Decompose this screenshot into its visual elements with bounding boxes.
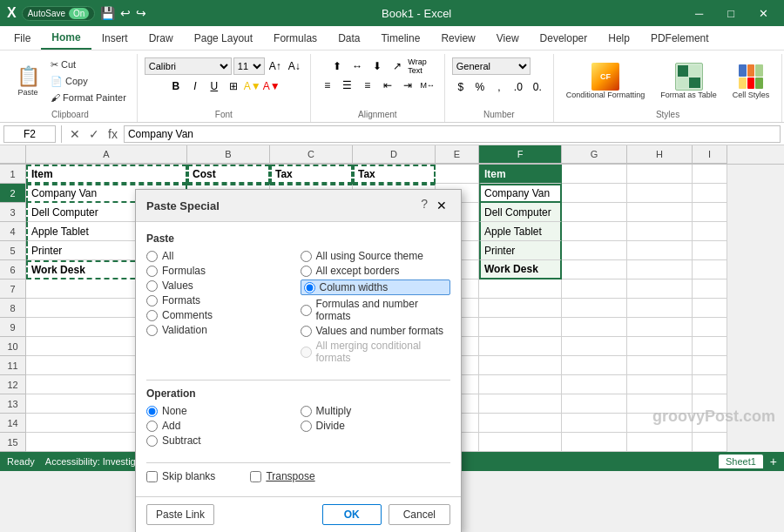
formula-input[interactable] [124,125,781,143]
cell-g15[interactable] [562,433,627,452]
dialog-close-button[interactable]: ✕ [433,197,450,214]
cell-f7[interactable] [479,279,562,299]
tab-insert[interactable]: Insert [91,26,139,50]
skip-blanks-option[interactable]: Skip blanks [146,470,215,482]
cell-g8[interactable] [562,299,627,318]
row-header-7[interactable]: 7 [0,279,26,299]
cell-h9[interactable] [627,318,693,337]
cell-h12[interactable] [627,375,693,394]
op-subtract-radio[interactable] [146,435,158,447]
paste-col-widths-option[interactable]: Column widths [301,279,451,295]
cell-h13[interactable] [627,394,693,414]
cell-h5[interactable] [627,241,693,260]
decrease-indent-button[interactable]: ⇤ [378,77,397,94]
wrap-text-button[interactable]: Wrap Text [408,57,427,75]
paste-values-numbers-option[interactable]: Values and number formats [301,325,451,337]
cancel-button[interactable]: Cancel [389,504,450,525]
cell-h14[interactable] [627,414,693,433]
cell-h10[interactable] [627,337,693,356]
op-divide-option[interactable]: Divide [301,420,451,432]
cell-i11[interactable] [693,356,727,375]
col-header-g[interactable]: G [562,145,627,164]
sheet-tab-1[interactable]: Sheet1 [719,455,763,468]
format-painter-button[interactable]: 🖌 Format Painter [47,91,130,104]
cell-reference-box[interactable] [3,125,56,143]
paste-except-borders-radio[interactable] [301,266,312,277]
cell-g9[interactable] [562,318,627,337]
cell-i12[interactable] [693,375,727,394]
tab-view[interactable]: View [486,26,530,50]
row-header-13[interactable]: 13 [0,394,26,414]
row-header-2[interactable]: 2 [0,184,26,203]
paste-merging-conditional-radio[interactable] [301,347,312,358]
transpose-option[interactable]: Transpose [250,470,314,482]
op-none-option[interactable]: None [146,405,297,417]
cell-f10[interactable] [479,337,562,356]
op-add-option[interactable]: Add [146,420,297,432]
row-header-11[interactable]: 11 [0,356,26,375]
bold-button[interactable]: B [167,77,185,95]
col-header-a[interactable]: A [26,145,187,164]
op-subtract-option[interactable]: Subtract [146,434,297,447]
row-header-5[interactable]: 5 [0,241,26,260]
increase-indent-button[interactable]: ⇥ [398,77,417,94]
cell-h7[interactable] [627,279,693,299]
font-family-select[interactable]: Calibri [145,57,232,75]
op-multiply-option[interactable]: Multiply [301,405,451,417]
dialog-help-icon[interactable]: ? [421,197,428,214]
decrease-font-button[interactable]: A↓ [286,57,303,75]
col-header-b[interactable]: B [187,145,270,164]
tab-pdfelement[interactable]: PDFelement [640,26,720,50]
comma-button[interactable]: , [490,78,508,96]
row-header-10[interactable]: 10 [0,337,26,356]
cell-f2[interactable]: Company Van [479,184,562,203]
tab-draw[interactable]: Draw [139,26,184,50]
cell-g7[interactable] [562,279,627,299]
font-size-select[interactable]: 11 [233,57,265,75]
row-header-12[interactable]: 12 [0,375,26,394]
paste-all-source-option[interactable]: All using Source theme [301,250,451,262]
col-header-c[interactable]: C [270,145,353,164]
paste-formulas-numbers-option[interactable]: Formulas and number formats [301,298,451,322]
underline-button[interactable]: U [206,77,223,95]
op-add-radio[interactable] [146,421,158,432]
dialog-header[interactable]: Paste Special ? ✕ [136,190,461,222]
paste-formulas-numbers-radio[interactable] [301,305,312,316]
cell-g6[interactable] [562,260,627,279]
paste-values-numbers-radio[interactable] [301,326,312,337]
cell-i2[interactable] [693,184,727,203]
col-header-i[interactable]: I [693,145,727,164]
tab-data[interactable]: Data [328,26,370,50]
paste-comments-radio[interactable] [146,310,158,321]
paste-formats-radio[interactable] [146,295,158,306]
redo-icon[interactable]: ↪ [136,6,146,20]
row-header-1[interactable]: 1 [0,165,26,184]
paste-validation-option[interactable]: Validation [146,324,297,336]
paste-all-radio[interactable] [146,251,158,262]
ok-button[interactable]: OK [322,504,382,525]
cell-i4[interactable] [693,222,727,241]
percent-button[interactable]: % [471,78,489,96]
transpose-checkbox[interactable] [250,471,261,482]
tab-home[interactable]: Home [41,26,91,50]
cut-button[interactable]: ✂ Cut [47,57,130,72]
paste-link-button[interactable]: Paste Link [146,504,214,525]
tab-developer[interactable]: Developer [530,26,598,50]
cell-f13[interactable] [479,394,562,414]
op-multiply-radio[interactable] [301,406,312,417]
col-header-e[interactable]: E [436,145,479,164]
row-header-3[interactable]: 3 [0,203,26,222]
tab-formulas[interactable]: Formulas [263,26,328,50]
cell-i7[interactable] [693,279,727,299]
cell-f15[interactable] [479,433,562,452]
cell-g2[interactable] [562,184,627,203]
cell-i5[interactable] [693,241,727,260]
cell-f4[interactable]: Apple Tablet [479,222,562,241]
align-bottom-button[interactable]: ⬇ [368,57,387,75]
align-left-button[interactable]: ≡ [318,77,337,94]
cell-f6[interactable]: Work Desk [479,260,562,279]
tab-file[interactable]: File [3,26,41,50]
cell-h4[interactable] [627,222,693,241]
cell-c1[interactable]: Tax [270,165,353,184]
cancel-formula-icon[interactable]: ✕ [67,127,83,141]
